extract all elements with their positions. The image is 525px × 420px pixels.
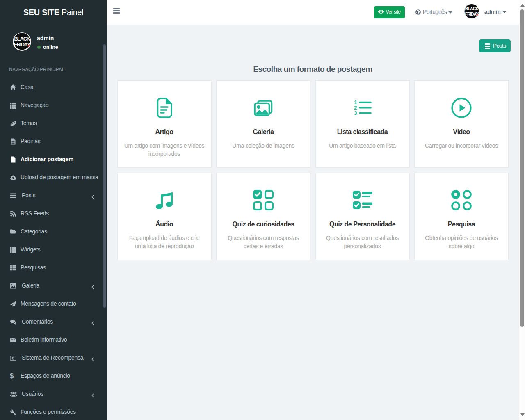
svg-text:BLACK: BLACK bbox=[465, 6, 479, 11]
svg-text:BLACK: BLACK bbox=[14, 36, 30, 42]
svg-text:FRIDAY: FRIDAY bbox=[465, 11, 479, 16]
svg-text:FRIDAY: FRIDAY bbox=[14, 42, 31, 48]
svg-text:3: 3 bbox=[354, 110, 357, 116]
